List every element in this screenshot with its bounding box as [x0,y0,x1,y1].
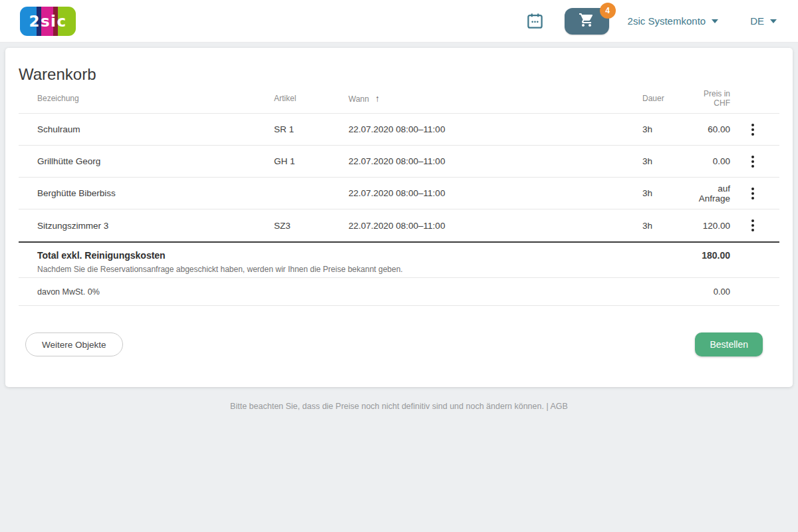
row-menu-button[interactable] [747,216,758,235]
table-row: Sitzungszimmer 3 SZ3 22.07.2020 08:00–11… [19,209,779,241]
sort-ascending-icon: ↑ [375,93,380,104]
row-when: 22.07.2020 08:00–11:00 [330,124,624,134]
footer-separator: | [546,402,548,411]
language-menu[interactable]: DE [750,15,777,27]
vat-row: davon MwSt. 0% 0.00 [19,278,779,306]
row-price: 0.00 [690,156,747,166]
page-title: Warenkorb [19,48,779,84]
topbar-actions: 4 2sic Systemkonto DE [526,8,783,35]
column-header-bezeichung[interactable]: Bezeichung [19,94,255,103]
column-header-dauer[interactable]: Dauer [624,94,690,103]
row-name: Sitzungszimmer 3 [19,221,255,231]
total-note: Nachdem Sie die Reservationsanfrage abge… [37,265,690,274]
vat-amount: 0.00 [690,287,747,297]
account-menu[interactable]: 2sic Systemkonto [628,15,719,27]
column-header-preis[interactable]: Preis in CHF [690,89,747,108]
cart-count-badge: 4 [600,3,616,19]
calendar-button[interactable] [526,12,545,31]
table-row: Berghütte Biberbiss 22.07.2020 08:00–11:… [19,178,779,209]
row-menu-button[interactable] [747,152,758,171]
total-amount: 180.00 [690,243,747,261]
row-name: Grillhütte Georg [19,156,255,166]
brand-logo[interactable]: 2sic [20,7,76,36]
row-duration: 3h [624,124,690,134]
column-header-artikel[interactable]: Artikel [255,94,330,103]
row-price: auf Anfrage [690,184,747,203]
row-menu-button[interactable] [747,120,758,139]
vat-label: davon MwSt. 0% [19,287,690,297]
row-name: Schulraum [19,124,255,134]
column-header-wann-label: Wann [348,94,369,104]
column-header-wann[interactable]: Wann↑ [330,93,624,104]
agb-link[interactable]: AGB [550,402,567,411]
total-row: Total exkl. Reinigungskosten Nachdem Sie… [19,241,779,278]
order-button[interactable]: Bestellen [695,332,763,356]
row-when: 22.07.2020 08:00–11:00 [330,156,624,166]
table-row: Schulraum SR 1 22.07.2020 08:00–11:00 3h… [19,114,779,146]
row-price: 60.00 [690,124,747,134]
cart-button[interactable]: 4 [565,8,609,35]
row-when: 22.07.2020 08:00–11:00 [330,221,624,231]
shopping-cart-icon [579,12,595,30]
calendar-icon [526,22,544,32]
table-row: Grillhütte Georg GH 1 22.07.2020 08:00–1… [19,146,779,178]
row-duration: 3h [624,221,690,231]
row-duration: 3h [624,188,690,198]
chevron-down-icon [712,19,718,23]
row-duration: 3h [624,156,690,166]
top-navigation-bar: 2sic 4 2sic Syst [0,0,798,43]
row-menu-button[interactable] [747,184,758,203]
chevron-down-icon [770,19,777,23]
row-when: 22.07.2020 08:00–11:00 [330,188,624,198]
cart-card: Warenkorb Bezeichung Artikel Wann↑ Dauer… [5,48,793,387]
row-article: SR 1 [255,124,330,134]
language-label: DE [750,15,764,27]
row-article: SZ3 [255,221,330,231]
row-article: GH 1 [255,156,330,166]
footer-notice: Bitte beachten Sie, dass die Preise noch… [230,402,544,411]
table-header-row: Bezeichung Artikel Wann↑ Dauer Preis in … [19,84,779,114]
total-label-cell: Total exkl. Reinigungskosten Nachdem Sie… [19,243,690,274]
brand-logo-text: 2sic [29,13,66,30]
account-label: 2sic Systemkonto [628,15,706,27]
more-objects-button[interactable]: Weitere Objekte [25,332,123,356]
row-name: Berghütte Biberbiss [19,188,255,198]
card-actions: Weitere Objekte Bestellen [19,332,779,356]
total-label: Total exkl. Reinigungskosten [37,250,690,261]
page-footer: Bitte beachten Sie, dass die Preise noch… [0,387,798,411]
row-price: 120.00 [690,221,747,231]
